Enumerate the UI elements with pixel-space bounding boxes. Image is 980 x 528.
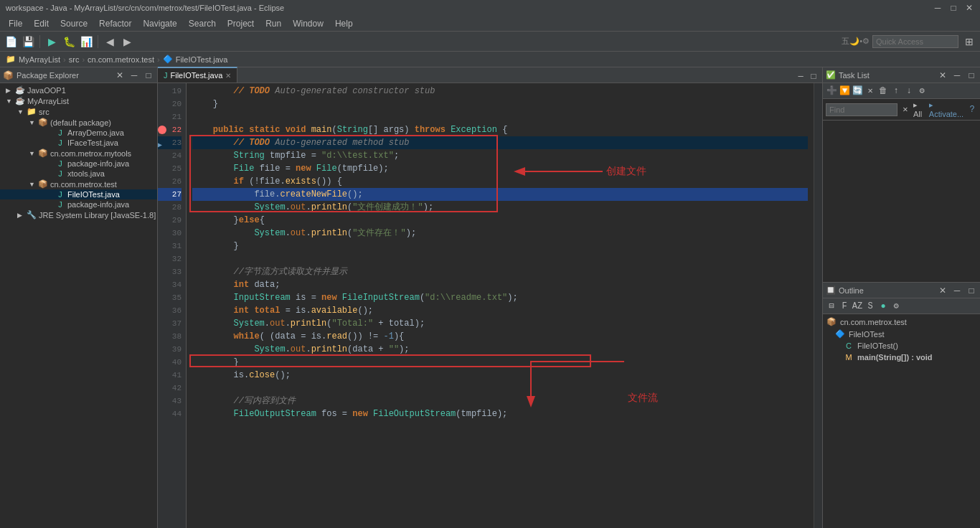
- editor-area[interactable]: 19 20 21 22 ▶23 24 25 26 27 28 29 30 31 …: [158, 83, 822, 528]
- tree-item-src[interactable]: ▼ 📁 src: [0, 106, 157, 117]
- outline-collapse-icon[interactable]: ⊟: [826, 301, 837, 312]
- save-button[interactable]: 💾: [20, 34, 36, 50]
- menu-project[interactable]: Project: [222, 17, 260, 30]
- code-line-27[interactable]: file.createNewFile();: [192, 188, 808, 201]
- code-line-20[interactable]: }: [192, 98, 808, 110]
- code-line-43[interactable]: //写内容到文件: [192, 395, 808, 407]
- code-line-39[interactable]: System.out.println(data + "");: [192, 343, 808, 356]
- tl-max-icon[interactable]: □: [966, 70, 977, 81]
- tree-item-test-pkg[interactable]: ▼ 📦 cn.com.metrox.test: [0, 179, 157, 189]
- close-button[interactable]: ✕: [964, 3, 974, 13]
- prev-button[interactable]: ◀: [102, 34, 118, 50]
- code-line-38[interactable]: while( (data = is.read()) != -1){: [192, 330, 808, 343]
- code-line-42[interactable]: [192, 382, 808, 395]
- find-activate-link[interactable]: ▸ Activate...: [929, 100, 964, 118]
- outline-fields-icon[interactable]: F: [839, 301, 850, 312]
- code-content[interactable]: // TODO Auto-generated constructor stub …: [187, 83, 814, 528]
- tl-down-icon[interactable]: ↓: [903, 85, 915, 97]
- tl-refresh-icon[interactable]: 🔄: [852, 85, 863, 97]
- menu-navigate[interactable]: Navigate: [137, 17, 182, 30]
- tl-new-icon[interactable]: ➕: [826, 85, 837, 97]
- next-button[interactable]: ▶: [119, 34, 135, 50]
- outline-pkg[interactable]: 📦 cn.com.metrox.test: [823, 316, 980, 328]
- pe-close-icon[interactable]: ✕: [114, 70, 126, 81]
- maximize-button[interactable]: □: [948, 3, 958, 13]
- code-line-31[interactable]: }: [192, 240, 808, 253]
- code-line-34[interactable]: int data;: [192, 278, 808, 291]
- pe-max-icon[interactable]: □: [143, 70, 154, 81]
- code-line-26[interactable]: if (!file.exists()) {: [192, 175, 808, 188]
- code-line-30[interactable]: System.out.println("文件存在！");: [192, 227, 808, 240]
- outline-min-icon[interactable]: ─: [951, 285, 963, 296]
- tl-min-icon[interactable]: ─: [951, 70, 963, 81]
- menu-refactor[interactable]: Refactor: [93, 17, 137, 30]
- code-line-23[interactable]: // TODO Auto-generated method stub: [192, 136, 808, 149]
- tree-item-fileiotest[interactable]: J FileIOTest.java: [0, 189, 157, 199]
- code-line-28[interactable]: System.out.println("文件创建成功！");: [192, 201, 808, 214]
- find-clear-icon[interactable]: ✕: [900, 104, 910, 116]
- find-input[interactable]: [826, 103, 897, 116]
- code-line-29[interactable]: }else{: [192, 214, 808, 227]
- debug-button[interactable]: 🐛: [61, 34, 77, 50]
- tab-close-button[interactable]: ✕: [225, 72, 231, 80]
- tl-settings-icon[interactable]: ⚙: [916, 85, 928, 97]
- tree-item-default-pkg[interactable]: ▼ 📦 (default package): [0, 117, 157, 128]
- tl-close-icon[interactable]: ✕: [937, 70, 948, 81]
- tree-item-myarraylist[interactable]: ▼ ☕ MyArrayList: [0, 95, 157, 106]
- menu-window[interactable]: Window: [287, 17, 329, 30]
- outline-constructor[interactable]: C FileIOTest(): [823, 340, 980, 352]
- tree-item-arraydemo[interactable]: J ArrayDemo.java: [0, 128, 157, 138]
- tree-item-ifacetest[interactable]: J IFaceTest.java: [0, 138, 157, 148]
- code-line-25[interactable]: File file = new File(tmpfile);: [192, 162, 808, 175]
- code-line-21[interactable]: [192, 110, 808, 123]
- code-line-24[interactable]: String tmpfile = "d:\\test.txt";: [192, 149, 808, 162]
- bc-item-3[interactable]: cn.com.metrox.test: [88, 55, 154, 64]
- coverage-button[interactable]: 📊: [78, 34, 94, 50]
- code-line-33[interactable]: //字节流方式读取文件并显示: [192, 265, 808, 278]
- tl-delete-icon[interactable]: ✕: [864, 85, 876, 97]
- code-line-40[interactable]: }: [192, 356, 808, 369]
- code-line-19[interactable]: // TODO Auto-generated constructor stub: [192, 85, 808, 98]
- outline-sort-icon[interactable]: AZ: [852, 301, 863, 312]
- quick-access-input[interactable]: [872, 35, 958, 48]
- code-line-22[interactable]: public static void main(String[] args) t…: [192, 123, 808, 136]
- perspective-button[interactable]: ⊞: [961, 34, 977, 50]
- menu-run[interactable]: Run: [260, 17, 287, 30]
- outline-static-icon[interactable]: S: [864, 301, 876, 312]
- menu-help[interactable]: Help: [329, 17, 359, 30]
- tl-filter-icon[interactable]: 🔽: [839, 85, 850, 97]
- outline-close-icon[interactable]: ✕: [937, 285, 948, 296]
- pe-min-icon[interactable]: ─: [128, 70, 140, 81]
- tree-item-jre[interactable]: ▶ 🔧 JRE System Library [JavaSE-1.8]: [0, 209, 157, 220]
- bc-item-4[interactable]: FileIOTest.java: [176, 55, 228, 64]
- bc-item-1[interactable]: MyArrayList: [19, 55, 60, 64]
- run-button[interactable]: ▶: [44, 34, 60, 50]
- code-line-36[interactable]: int total = is.available();: [192, 304, 808, 317]
- code-line-41[interactable]: is.close();: [192, 369, 808, 382]
- editor-max-icon[interactable]: □: [808, 71, 819, 82]
- bc-item-2[interactable]: src: [69, 55, 80, 64]
- outline-class[interactable]: 🔷 FileIOTest: [823, 328, 980, 340]
- code-line-35[interactable]: InputStream is = new FileInputStream("d:…: [192, 291, 808, 304]
- outline-settings-icon[interactable]: ⚙: [890, 301, 902, 312]
- tl-up-icon[interactable]: ↑: [890, 85, 902, 97]
- tree-item-pkg-info-1[interactable]: J package-info.java: [0, 159, 157, 169]
- code-line-44[interactable]: FileOutputStream fos = new FileOutputStr…: [192, 407, 808, 420]
- menu-source[interactable]: Source: [55, 17, 93, 30]
- outline-method[interactable]: M main(String[]) : void: [823, 352, 980, 363]
- editor-min-icon[interactable]: ─: [795, 71, 806, 82]
- tl-deleteall-icon[interactable]: 🗑: [877, 85, 889, 97]
- tree-item-mytools-pkg[interactable]: ▼ 📦 cn.com.metrox.mytools: [0, 148, 157, 159]
- outline-max-icon[interactable]: □: [966, 285, 977, 296]
- menu-edit[interactable]: Edit: [28, 17, 55, 30]
- tree-item-pkg-info-2[interactable]: J package-info.java: [0, 199, 157, 209]
- editor-tab-fileiotest[interactable]: J FileIOTest.java ✕: [158, 67, 237, 82]
- tree-item-javacoop1[interactable]: ▶ ☕ JavaOOP1: [0, 85, 157, 95]
- new-button[interactable]: 📄: [3, 34, 19, 50]
- minimize-button[interactable]: ─: [933, 3, 943, 13]
- code-line-32[interactable]: [192, 253, 808, 265]
- code-line-37[interactable]: System.out.println("Total:" + total);: [192, 317, 808, 330]
- menu-file[interactable]: File: [3, 17, 28, 30]
- menu-search[interactable]: Search: [183, 17, 222, 30]
- tree-item-xtools[interactable]: J xtools.java: [0, 169, 157, 179]
